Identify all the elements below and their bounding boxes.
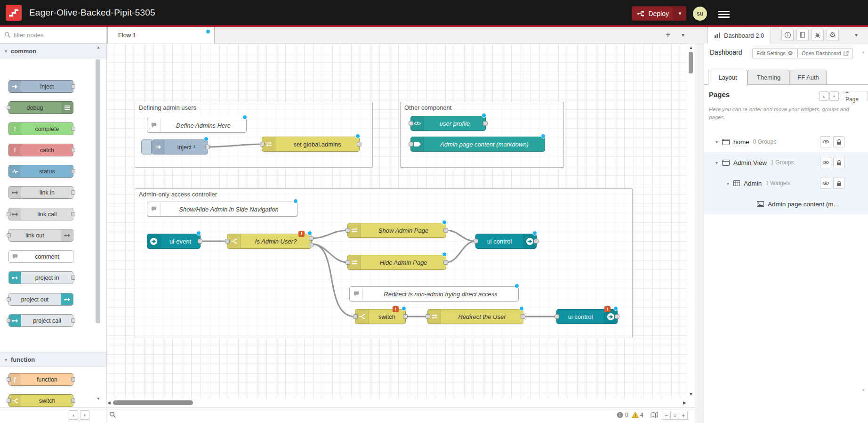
- tree-row-home[interactable]: ▾ home 0 Groups: [704, 131, 868, 152]
- zoom-reset-button[interactable]: ○: [670, 411, 679, 420]
- horizontal-scroll-thumb[interactable]: [113, 400, 193, 405]
- palette-category-function[interactable]: ▾ function: [0, 352, 106, 367]
- tree-row-admin-view[interactable]: ▾ Admin View 1 Groups: [704, 152, 868, 173]
- port-in[interactable]: [426, 314, 430, 319]
- user-avatar[interactable]: su: [693, 7, 707, 21]
- node-hide-admin-page[interactable]: Hide Admin Page: [347, 255, 446, 270]
- lock-button[interactable]: [833, 178, 844, 189]
- node-is-admin-user[interactable]: Is Admin User? !: [227, 234, 312, 249]
- palette-node-link-in[interactable]: link in: [8, 186, 73, 199]
- chevron-down-icon[interactable]: ▾: [715, 139, 722, 145]
- expand-categories-button[interactable]: ▾: [80, 410, 89, 420]
- tab-ff-auth[interactable]: FF Auth: [790, 70, 827, 85]
- palette-scrollbar[interactable]: [96, 59, 100, 323]
- error-count-icon[interactable]: [617, 412, 623, 418]
- port-in[interactable]: [409, 142, 413, 146]
- sidebar-scroll-down[interactable]: ▼: [861, 388, 865, 392]
- open-dashboard-button[interactable]: Open Dashboard: [797, 48, 853, 58]
- node-switch[interactable]: switch !: [355, 309, 406, 324]
- visibility-button[interactable]: [820, 136, 831, 147]
- node-set-global-admins[interactable]: set global.admins: [262, 137, 360, 152]
- visibility-button[interactable]: [820, 178, 831, 189]
- palette-node-catch[interactable]: ! catch: [8, 144, 73, 156]
- node-redirect-the-user[interactable]: Redirect the User: [427, 309, 523, 324]
- port-in[interactable]: [474, 239, 478, 244]
- node-inject[interactable]: inject ¹: [152, 139, 208, 155]
- chevron-down-icon[interactable]: ▾: [727, 181, 733, 186]
- debug-sidebar-button[interactable]: [812, 29, 824, 41]
- node-show-admin-page[interactable]: Show Admin Page: [347, 223, 446, 238]
- scroll-left-arrow[interactable]: ◀: [107, 400, 111, 405]
- palette-node-status[interactable]: status: [8, 165, 73, 178]
- palette-category-common[interactable]: ▾ common: [0, 43, 106, 58]
- node-admin-page-content[interactable]: Admin page content (markdown): [410, 137, 545, 152]
- palette-node-debug[interactable]: debug: [8, 101, 73, 114]
- palette-node-project-out[interactable]: project out: [8, 293, 73, 306]
- scroll-right-arrow[interactable]: ▶: [683, 400, 686, 405]
- port-in[interactable]: [409, 121, 413, 126]
- port-out[interactable]: [521, 314, 525, 319]
- tab-dashboard-2[interactable]: Dashboard 2.0: [707, 27, 771, 43]
- help-sidebar-button[interactable]: [796, 29, 809, 41]
- tab-layout[interactable]: Layout: [708, 70, 747, 85]
- node-user-profile-template[interactable]: </> user profile: [410, 116, 486, 131]
- main-menu-button[interactable]: [718, 9, 731, 19]
- port-out[interactable]: [534, 239, 538, 244]
- canvas-horizontal-scrollbar[interactable]: ◀ ▶: [106, 399, 687, 407]
- port-in[interactable]: [225, 239, 230, 244]
- port-out[interactable]: [198, 239, 202, 244]
- port-out[interactable]: [443, 260, 448, 265]
- lock-button[interactable]: [833, 136, 844, 147]
- palette-node-complete[interactable]: ! complete: [8, 122, 73, 135]
- scroll-up-arrow[interactable]: ▲: [687, 45, 695, 50]
- sidebar-splitter[interactable]: [695, 43, 704, 423]
- port-out-1[interactable]: [309, 236, 313, 241]
- port-out-2[interactable]: [309, 243, 313, 247]
- palette-node-link-out[interactable]: link out: [8, 229, 73, 242]
- palette-node-function[interactable]: f function: [8, 373, 73, 386]
- add-flow-button[interactable]: +: [661, 27, 675, 43]
- add-page-button[interactable]: + Page: [841, 91, 868, 101]
- node-ui-control-1[interactable]: ui control: [475, 234, 537, 249]
- sidebar-scroll-up[interactable]: ▲: [861, 50, 865, 54]
- vertical-scroll-thumb[interactable]: [689, 52, 693, 73]
- collapse-categories-button[interactable]: ▴: [69, 410, 78, 420]
- info-sidebar-button[interactable]: [781, 29, 794, 41]
- palette-scroll-down[interactable]: ▼: [96, 397, 101, 401]
- tree-row-admin-page-content[interactable]: Admin page content (m...: [704, 194, 868, 214]
- search-flows-button[interactable]: [109, 411, 116, 418]
- flow-canvas[interactable]: Defining admin users Other component Adm…: [106, 43, 687, 399]
- deploy-button[interactable]: Deploy ▾: [632, 6, 686, 21]
- node-comment-define-admins[interactable]: Define Admins Here: [147, 118, 247, 133]
- palette-node-inject[interactable]: inject: [8, 80, 73, 93]
- warning-count-icon[interactable]: [632, 412, 639, 418]
- config-sidebar-button[interactable]: ⚙: [827, 29, 839, 41]
- node-comment-show-hide-admin[interactable]: Show/Hide Admin in Side Navigation: [147, 202, 297, 217]
- port-out[interactable]: [615, 314, 619, 319]
- tree-row-admin-group[interactable]: ▾ Admin 1 Widgets: [704, 173, 868, 194]
- node-comment-redirect[interactable]: Redirect is non-admin trying direct acce…: [349, 286, 519, 301]
- inject-trigger-button[interactable]: [141, 139, 152, 155]
- flow-tab[interactable]: Flow 1: [107, 27, 215, 43]
- visibility-button[interactable]: [820, 157, 831, 168]
- port-out[interactable]: [205, 145, 210, 149]
- port-out[interactable]: [403, 314, 408, 319]
- scroll-down-arrow[interactable]: ▼: [687, 392, 695, 397]
- port-in[interactable]: [346, 260, 350, 265]
- palette-filter-input[interactable]: [14, 32, 89, 39]
- canvas-vertical-scrollbar[interactable]: ▲ ▼: [687, 43, 695, 399]
- port-in[interactable]: [260, 142, 265, 146]
- move-page-down-button[interactable]: ▾: [829, 91, 839, 101]
- zoom-in-button[interactable]: +: [679, 411, 688, 420]
- port-out[interactable]: [443, 228, 448, 233]
- toggle-navigator-button[interactable]: [651, 412, 658, 418]
- palette-node-project-in[interactable]: project in: [8, 271, 73, 284]
- tab-theming[interactable]: Theming: [747, 70, 790, 85]
- port-in[interactable]: [555, 314, 559, 319]
- palette-node-project-call[interactable]: project call: [8, 314, 73, 327]
- port-out[interactable]: [357, 142, 362, 146]
- port-in[interactable]: [353, 314, 358, 319]
- node-ui-event[interactable]: ui-event: [147, 234, 201, 249]
- palette-node-comment[interactable]: comment: [8, 250, 73, 263]
- palette-scroll-up[interactable]: ▲: [96, 45, 101, 49]
